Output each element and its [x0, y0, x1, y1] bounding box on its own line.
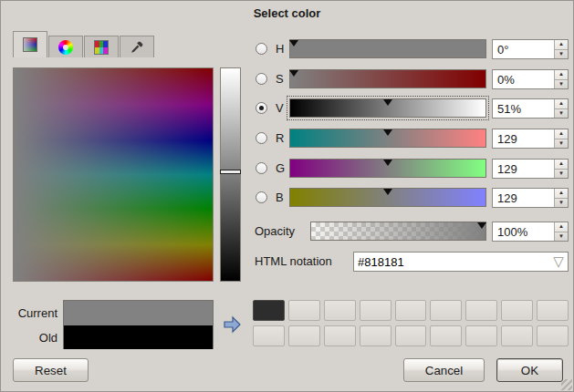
channel-label-g: G — [276, 161, 288, 175]
palette-cell[interactable] — [253, 325, 285, 346]
palette-cell[interactable] — [465, 300, 497, 321]
spin-value[interactable]: 129 — [493, 160, 554, 178]
palette-cell[interactable] — [324, 300, 356, 321]
spin-down-icon[interactable]: ▼ — [555, 109, 568, 119]
radio-h[interactable] — [256, 43, 267, 55]
spin-value[interactable]: 0° — [493, 40, 554, 58]
spin-value[interactable]: 129 — [493, 129, 554, 148]
channel-label-r: R — [276, 131, 288, 145]
spin-up-icon[interactable]: ▲ — [555, 222, 568, 232]
slider-marker[interactable] — [477, 222, 486, 229]
red-slider[interactable] — [289, 129, 486, 148]
radio-s[interactable] — [256, 73, 267, 85]
value-spinbox[interactable]: 51% ▲▼ — [492, 98, 569, 119]
spin-down-icon[interactable]: ▼ — [555, 80, 568, 89]
spin-value[interactable]: 100% — [493, 222, 554, 241]
palette-cell[interactable] — [360, 325, 391, 346]
palette-cell[interactable] — [253, 300, 285, 321]
blue-spinbox[interactable]: 129 ▲▼ — [492, 188, 569, 208]
saturation-spinbox[interactable]: 0% ▲▼ — [492, 69, 569, 89]
spin-up-icon[interactable]: ▲ — [555, 40, 568, 50]
radio-r[interactable] — [256, 132, 267, 144]
channel-row-v: V 51% ▲▼ — [1, 98, 573, 120]
spin-up-icon[interactable]: ▲ — [555, 129, 568, 139]
spin-value[interactable]: 51% — [493, 99, 554, 118]
slider-marker[interactable] — [383, 160, 392, 166]
dialog-title: Select color — [1, 6, 573, 20]
red-spinbox[interactable]: 129 ▲▼ — [492, 129, 569, 149]
slider-marker[interactable] — [383, 99, 392, 106]
green-slider[interactable] — [289, 159, 486, 178]
html-notation-label: HTML notation — [255, 254, 332, 268]
cancel-button[interactable]: Cancel — [403, 358, 485, 382]
opacity-label: Opacity — [255, 224, 295, 238]
palette-cell[interactable] — [288, 325, 320, 346]
opacity-row: Opacity 100% ▲▼ — [1, 222, 573, 243]
right-arrow-icon — [221, 314, 243, 335]
old-label: Old — [1, 331, 57, 345]
spin-down-icon[interactable]: ▼ — [555, 232, 568, 242]
palette-cell[interactable] — [501, 300, 533, 321]
spin-value[interactable]: 0% — [493, 70, 554, 88]
add-to-palette-button[interactable] — [218, 307, 245, 342]
channel-row-g: G 129 ▲▼ — [1, 159, 573, 181]
palette-cell[interactable] — [395, 300, 427, 321]
spin-up-icon[interactable]: ▲ — [555, 189, 568, 199]
spin-down-icon[interactable]: ▼ — [555, 50, 568, 59]
green-spinbox[interactable]: 129 ▲▼ — [492, 159, 569, 179]
palette-cell[interactable] — [501, 325, 533, 346]
palette-cell[interactable] — [537, 325, 569, 346]
channel-row-s: S 0% ▲▼ — [1, 69, 573, 91]
current-label: Current — [1, 306, 57, 320]
spin-down-icon[interactable]: ▼ — [555, 170, 568, 179]
spin-down-icon[interactable]: ▼ — [555, 199, 568, 208]
channel-row-b: B 129 ▲▼ — [1, 188, 573, 210]
current-color-swatch — [64, 301, 213, 325]
value-slider[interactable] — [289, 98, 486, 118]
palette-grid — [253, 300, 569, 346]
slider-marker[interactable] — [383, 189, 392, 195]
chevron-down-icon[interactable]: ▽ — [549, 253, 568, 271]
channel-row-h: H 0° ▲▼ — [1, 39, 573, 61]
hue-slider[interactable] — [289, 39, 486, 58]
palette-cell[interactable] — [288, 300, 320, 321]
hue-spinbox[interactable]: 0° ▲▼ — [492, 39, 569, 59]
slider-marker[interactable] — [289, 40, 298, 46]
slider-marker[interactable] — [289, 70, 298, 77]
palette-cell[interactable] — [430, 325, 462, 346]
ok-button[interactable]: OK — [496, 358, 563, 382]
saturation-slider[interactable] — [289, 69, 486, 88]
resize-grip[interactable] — [561, 379, 572, 390]
old-color-swatch — [64, 325, 213, 349]
channel-label-v: V — [276, 101, 288, 115]
html-notation-row: HTML notation ▽ — [1, 252, 573, 273]
radio-g[interactable] — [256, 162, 267, 174]
radio-v[interactable] — [256, 102, 267, 114]
opacity-slider[interactable] — [310, 222, 486, 241]
slider-marker[interactable] — [383, 129, 392, 136]
spin-up-icon[interactable]: ▲ — [555, 70, 568, 80]
spin-up-icon[interactable]: ▲ — [555, 99, 568, 109]
palette-cell[interactable] — [360, 300, 391, 321]
palette-cell[interactable] — [395, 325, 427, 346]
radio-b[interactable] — [256, 191, 267, 203]
html-notation-field: ▽ — [353, 252, 569, 272]
html-notation-input[interactable] — [354, 255, 549, 269]
spin-value[interactable]: 129 — [493, 189, 554, 207]
blue-slider[interactable] — [289, 188, 486, 207]
channel-row-r: R 129 ▲▼ — [1, 129, 573, 150]
reset-button[interactable]: Reset — [13, 358, 89, 382]
palette-cell[interactable] — [430, 300, 462, 321]
color-preview — [63, 300, 214, 349]
spin-up-icon[interactable]: ▲ — [555, 160, 568, 170]
spin-down-icon[interactable]: ▼ — [555, 139, 568, 149]
palette-cell[interactable] — [324, 325, 356, 346]
channel-label-s: S — [276, 72, 288, 86]
select-color-dialog: Select color H 0° ▲ — [0, 0, 574, 392]
palette-cell[interactable] — [465, 325, 497, 346]
channel-label-h: H — [276, 42, 288, 56]
palette-cell[interactable] — [537, 300, 569, 321]
opacity-spinbox[interactable]: 100% ▲▼ — [492, 222, 569, 242]
channel-label-b: B — [276, 191, 288, 204]
